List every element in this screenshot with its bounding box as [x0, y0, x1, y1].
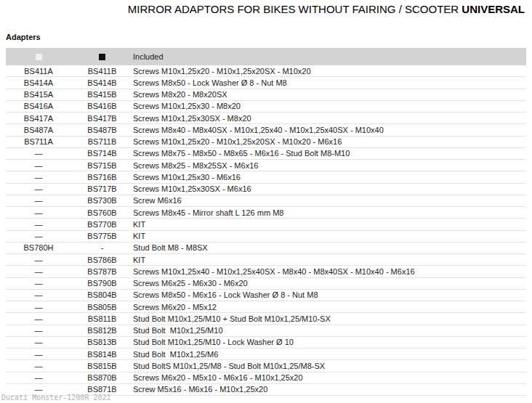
adapter-code-black: BS775B [71, 232, 133, 240]
table-row: BS711ABS711BScrews M10x1,25x20 - M10x1,2… [6, 137, 526, 148]
table-row: —BS760BScrews M8x45 - Mirror shaft L 126… [6, 207, 526, 219]
table-row: —BS790BScrews M6x25 - M6x30 - M6x20 [6, 278, 526, 290]
included-cell: Screws M8x40 - M8x40SX - M10x1,25x40 - M… [133, 126, 526, 134]
adapter-code-black: - [71, 243, 133, 252]
table-header-row: Included [6, 48, 526, 65]
adapter-code-black: BS717B [71, 184, 133, 193]
table-row: BS415ABS415BScrews M8x20 - M8x20SX [6, 89, 526, 101]
table-row: —BS717BScrews M10x1,25x30SX - M6x16 [6, 184, 526, 195]
adapter-code-black: BS714B [71, 149, 133, 158]
adapter-code-black: BS760B [71, 208, 133, 217]
adapter-code-black: BS871B [71, 385, 133, 394]
adapter-code-silver: — [6, 220, 71, 229]
adapter-code-silver: BS411A [6, 67, 71, 76]
adapter-code-black: BS716B [71, 173, 133, 182]
table-row: BS411ABS411BScrews M10x1,25x20 - M10x1,2… [6, 65, 526, 77]
adapter-code-black: BS417B [71, 114, 133, 123]
table-row: —BS730BScrew M6x16 [6, 195, 526, 207]
adapter-code-silver: — [6, 303, 71, 312]
included-cell: KIT [133, 256, 526, 264]
table-row: BS417ABS417BScrews M10x1,25x30SX - M8x20 [6, 113, 526, 124]
adapter-code-silver: — [6, 256, 71, 264]
adapter-code-black: BS416B [71, 102, 133, 110]
table-row: —BS775BKIT [6, 231, 526, 243]
adapter-code-black: BS814B [71, 350, 133, 359]
included-cell: Screws M6x20 - M5x12 [133, 303, 526, 312]
table-row: —BS811BStud Bolt M10x1,25/M10 + Stud Bol… [6, 313, 526, 325]
adapter-code-black: BS804B [71, 290, 133, 299]
included-cell: Screws M6x20 - M5x10 - M6x16 - M10x1,25x… [133, 373, 526, 382]
adapter-code-black: BS770B [71, 220, 133, 229]
included-cell: Stud Bolt M10x1,25/M10 - Lock Washer Ø 1… [133, 338, 526, 346]
table-row: —BS787BScrews M10x1,25x40 - M10x1,25x40S… [6, 266, 526, 277]
adapter-code-black: BS812B [71, 326, 133, 335]
adapter-code-black: BS711B [71, 137, 133, 146]
adapters-table: Included BS411ABS411BScrews M10x1,25x20 … [6, 48, 526, 396]
watermark: Ducati Monster-1200R 2021 [1, 394, 111, 402]
included-cell: Screws M10x1,25x30SX - M8x20 [133, 114, 526, 123]
column-header-silver [6, 54, 71, 60]
adapter-code-black: BS715B [71, 161, 133, 170]
table-row: —BS805BScrews M6x20 - M5x12 [6, 301, 526, 313]
adapters-section-label: Adapters [6, 33, 41, 41]
adapter-code-silver: — [6, 208, 71, 217]
adapter-code-black: BS415B [71, 90, 133, 99]
table-row: —BS804BScrews M8x50 - M6x16 - Lock Washe… [6, 290, 526, 301]
adapter-code-silver: BS711A [6, 137, 71, 146]
table-row: —BS786BKIT [6, 254, 526, 266]
included-cell: Stud Bolt M10x1,25/M10 + Stud Bolt M10x1… [133, 314, 526, 323]
page-title-universal: UNIVERSAL [462, 3, 525, 15]
table-row: —BS812BStud Bolt M10x1,25/M10 [6, 325, 526, 337]
silver-square-icon [36, 54, 42, 60]
included-cell: Screws M10x1,25x30 - M8x20 [133, 102, 526, 110]
adapter-code-silver: — [6, 338, 71, 346]
adapter-code-black: BS787B [71, 267, 133, 276]
adapter-code-black: BS786B [71, 256, 133, 264]
adapter-code-black: BS487B [71, 126, 133, 134]
included-cell: Screws M8x25 - M8x25SX - M6x16 [133, 161, 526, 170]
included-cell: KIT [133, 220, 526, 229]
adapter-code-silver: — [6, 290, 71, 299]
black-square-icon [99, 54, 105, 60]
adapter-code-silver: — [6, 149, 71, 158]
table-row: —BS716BScrews M10x1,25x30 - M6x16 [6, 171, 526, 183]
included-cell: Stud Bolt M8 - M8SX [133, 243, 526, 252]
included-cell: Screws M8x50 - Lock Washer Ø 8 - Nut M8 [133, 78, 526, 87]
adapter-code-black: BS414B [71, 78, 133, 87]
included-cell: Screws M10x1,25x20 - M10x1,25x20SX - M10… [133, 67, 526, 76]
adapter-code-silver: — [6, 173, 71, 182]
adapter-code-silver: BS780H [6, 243, 71, 252]
adapter-code-silver: — [6, 279, 71, 288]
adapter-code-silver: — [6, 184, 71, 193]
adapter-code-silver: — [6, 267, 71, 276]
included-cell: Screws M8x45 - Mirror shaft L 126 mm M8 [133, 208, 526, 217]
adapter-code-silver: BS417A [6, 114, 71, 123]
adapter-code-silver: — [6, 362, 71, 370]
page-title-text: MIRROR ADAPTORS FOR BIKES WITHOUT FAIRIN… [128, 3, 462, 15]
adapter-code-black: BS813B [71, 338, 133, 346]
adapter-code-silver: — [6, 385, 71, 394]
adapter-code-silver: BS414A [6, 78, 71, 87]
table-row: —BS714BScrews M8x75 - M8x50 - M8x65 - M6… [6, 148, 526, 160]
adapter-code-silver: — [6, 326, 71, 335]
table-row: BS416ABS416BScrews M10x1,25x30 - M8x20 [6, 101, 526, 113]
table-row: —BS770BKIT [6, 219, 526, 230]
included-cell: Screws M10x1,25x40 - M10x1,25x40SX - M8x… [133, 267, 526, 276]
included-cell: Stud Bolt M10x1,25/M6 [133, 350, 526, 359]
column-header-included: Included [133, 52, 526, 61]
adapter-code-silver: BS487A [6, 126, 71, 134]
included-cell: Screws M8x20 - M8x20SX [133, 90, 526, 99]
adapter-code-silver: — [6, 196, 71, 205]
included-cell: Screws M10x1,25x30SX - M6x16 [133, 184, 526, 193]
included-cell: KIT [133, 232, 526, 240]
included-cell: Screw M6x16 [133, 196, 526, 205]
included-cell: Screws M10x1,25x30 - M6x16 [133, 173, 526, 182]
table-row: —BS814BStud Bolt M10x1,25/M6 [6, 349, 526, 360]
included-cell: Screws M10x1,25x20 - M10x1,25x20SX - M10… [133, 137, 526, 146]
adapter-code-black: BS815B [71, 362, 133, 370]
adapter-code-black: BS730B [71, 196, 133, 205]
table-row: BS780H-Stud Bolt M8 - M8SX [6, 243, 526, 254]
included-cell: Screws M8x50 - M6x16 - Lock Washer Ø 8 -… [133, 290, 526, 299]
adapter-code-black: BS805B [71, 303, 133, 312]
adapter-code-silver: — [6, 350, 71, 359]
